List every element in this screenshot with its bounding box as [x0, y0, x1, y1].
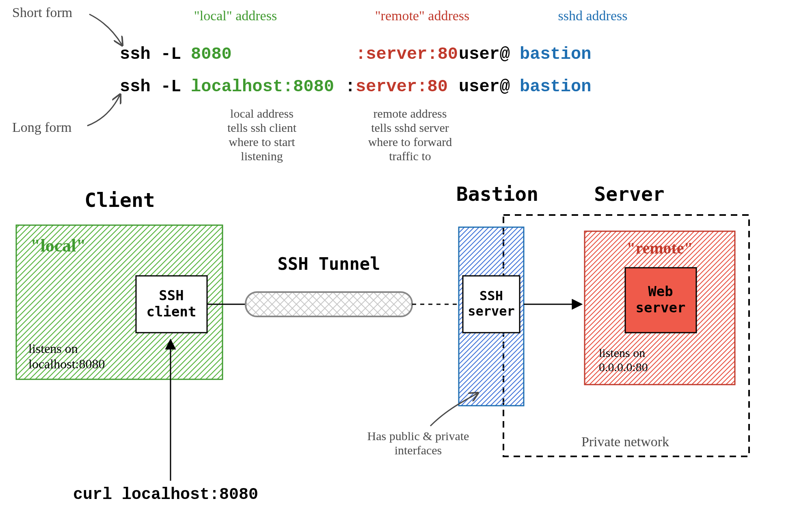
- long-form-arrow: [87, 95, 120, 126]
- short-user-at: user@: [459, 45, 510, 64]
- ssh-server-label-1: SSH: [479, 288, 503, 303]
- web-server-label-2: server: [636, 299, 686, 316]
- short-local-port: 8080: [191, 45, 232, 64]
- long-local: localhost:8080: [191, 77, 334, 97]
- server-title: Server: [594, 183, 664, 205]
- short-cmd-prefix: ssh -L: [120, 45, 181, 64]
- bastion-note: Has public & private interfaces: [367, 429, 469, 457]
- local-address-header: "local" address: [194, 8, 277, 23]
- short-form-command: ssh -L 8080 :server:80 user@ bastion: [120, 45, 591, 64]
- server-remote-label: "remote": [626, 239, 693, 257]
- remote-address-note: remote address tells sshd server where t…: [368, 107, 452, 163]
- svg-text:tells ssh client: tells ssh client: [227, 121, 297, 134]
- curl-command: curl localhost:8080: [73, 486, 258, 504]
- ssh-tunnel-diagram: "local" address "remote" address sshd ad…: [0, 0, 812, 529]
- ssh-server-label-2: server: [468, 303, 515, 319]
- long-form-label: Long form: [12, 120, 71, 135]
- client-listens-2: localhost:8080: [28, 357, 105, 371]
- svg-text:Has public & private: Has public & private: [367, 429, 469, 443]
- svg-text:listening: listening: [241, 149, 283, 163]
- sshd-address-header: sshd address: [558, 8, 628, 23]
- private-network-label: Private network: [581, 434, 669, 449]
- bastion-title: Bastion: [456, 183, 538, 205]
- local-address-note: local address tells ssh client where to …: [227, 107, 297, 163]
- svg-text:interfaces: interfaces: [395, 443, 442, 457]
- ssh-tunnel-label: SSH Tunnel: [278, 254, 380, 274]
- svg-text:where to start: where to start: [229, 135, 295, 148]
- svg-text:local address: local address: [230, 107, 294, 120]
- web-server-label-1: Web: [648, 283, 673, 299]
- server-listens-1: listens on: [599, 346, 645, 359]
- short-form-arrow: [89, 14, 122, 45]
- long-remote-sep: :: [345, 77, 355, 97]
- long-form-command: ssh -L localhost:8080 : server:80 user@ …: [120, 77, 591, 97]
- client-title: Client: [84, 189, 155, 211]
- svg-text:traffic to: traffic to: [389, 149, 431, 163]
- client-local-label: "local": [30, 236, 86, 256]
- svg-text:where to forward: where to forward: [368, 135, 452, 148]
- ssh-client-label-2: client: [147, 303, 197, 320]
- remote-address-header: "remote" address: [375, 8, 470, 23]
- long-host: bastion: [520, 77, 591, 97]
- long-user-at: user@: [459, 77, 510, 97]
- long-remote: server:80: [356, 77, 448, 97]
- short-remote: :server:80: [356, 45, 458, 64]
- short-host: bastion: [520, 45, 591, 64]
- client-listens-1: listens on: [28, 341, 78, 356]
- svg-text:remote address: remote address: [374, 107, 447, 120]
- server-listens-2: 0.0.0.0:80: [599, 360, 648, 374]
- long-cmd-prefix: ssh -L: [120, 77, 181, 97]
- ssh-client-label-1: SSH: [159, 287, 184, 303]
- ssh-tunnel-pipe: [246, 292, 412, 316]
- short-form-label: Short form: [12, 5, 72, 20]
- svg-text:tells sshd server: tells sshd server: [371, 121, 449, 134]
